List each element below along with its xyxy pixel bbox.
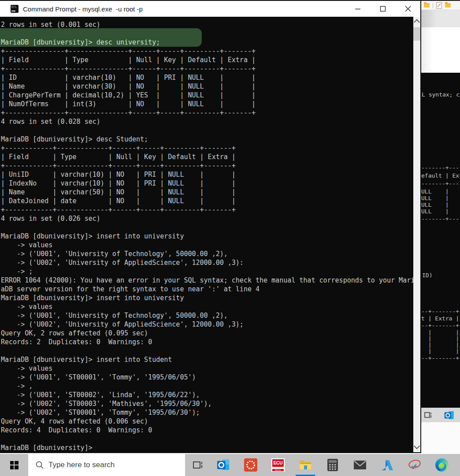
console-fragment: --+-------+ bbox=[421, 323, 459, 329]
edit-document-icon[interactable] bbox=[436, 2, 442, 9]
highlighted-command-text: MariaDB [dbuniversity]> desc university; bbox=[1, 38, 160, 47]
background-console-window: L syntax; che -------+----- efault | Ext… bbox=[421, 73, 460, 408]
cmd-icon bbox=[11, 5, 19, 13]
folder-icon[interactable] bbox=[445, 3, 451, 7]
background-panel bbox=[421, 27, 460, 73]
minimize-icon bbox=[355, 6, 361, 12]
taskbar-app-ecu-website[interactable]: ECU Website bbox=[264, 454, 292, 476]
console-fragment: t | Extra | bbox=[421, 316, 459, 322]
console-body-text: +---------------+---------------+------+… bbox=[1, 47, 415, 452]
taskbar: Type here to search ECU Website bbox=[0, 454, 460, 476]
taskbar-app-file-explorer[interactable] bbox=[292, 454, 319, 476]
taskbar-app-canvas[interactable] bbox=[237, 454, 264, 476]
console-fragment: | | bbox=[421, 330, 459, 336]
edge-icon bbox=[435, 458, 449, 472]
command-prompt-window: Command Prompt - mysql.exe -u root -p bbox=[0, 0, 421, 453]
console-fragment: ULL | bbox=[421, 202, 449, 208]
calculator-icon bbox=[326, 458, 339, 472]
scroll-up-button[interactable] bbox=[413, 18, 420, 26]
background-taskbar-strip bbox=[421, 408, 460, 422]
folder-icon[interactable] bbox=[424, 3, 430, 7]
console-fragment: -------+----- bbox=[421, 216, 460, 222]
screen: { "window": { "title": "Command Prompt -… bbox=[0, 0, 460, 476]
scrollbar-thumb[interactable] bbox=[413, 27, 420, 41]
taskbar-app-outlook[interactable] bbox=[210, 454, 237, 476]
close-icon bbox=[405, 6, 411, 12]
console-line: 2 rows in set (0.001 sec) bbox=[1, 20, 100, 29]
search-icon bbox=[35, 461, 44, 469]
outlook-icon bbox=[217, 458, 230, 472]
minimize-button[interactable] bbox=[345, 1, 370, 17]
background-toolbar bbox=[421, 1, 460, 10]
taskbar-app-calculator[interactable] bbox=[319, 454, 346, 476]
console-fragment: --+-------+ bbox=[421, 355, 459, 361]
close-button[interactable] bbox=[395, 1, 420, 17]
file-explorer-icon bbox=[299, 458, 312, 472]
console-fragment: ULL | bbox=[421, 195, 449, 201]
canvas-icon bbox=[244, 458, 257, 472]
vertical-scrollbar[interactable] bbox=[413, 17, 420, 452]
svg-text:✂: ✂ bbox=[410, 461, 419, 472]
outlook-icon bbox=[444, 410, 455, 420]
taskbar-app-edge[interactable] bbox=[428, 454, 456, 476]
taskbar-app-azure[interactable] bbox=[374, 454, 401, 476]
background-window: L syntax; che -------+----- efault | Ext… bbox=[421, 0, 460, 454]
console-fragment: | | bbox=[421, 348, 459, 354]
azure-icon bbox=[381, 458, 394, 472]
maximize-button[interactable] bbox=[370, 1, 395, 17]
background-panel bbox=[421, 10, 460, 27]
highlighted-command: MariaDB [dbuniversity]> desc university; bbox=[0, 28, 202, 47]
chevron-down-icon bbox=[414, 443, 420, 449]
ecu-website-icon: ECU Website bbox=[271, 458, 285, 472]
mail-icon bbox=[353, 458, 367, 472]
titlebar[interactable]: Command Prompt - mysql.exe -u root -p bbox=[0, 1, 420, 17]
console-fragment: ID) bbox=[422, 272, 432, 279]
toolbar-divider bbox=[433, 3, 433, 8]
maximize-icon bbox=[380, 6, 386, 12]
console-fragment: -------+----- bbox=[421, 181, 460, 187]
ecu-label: ECU bbox=[272, 459, 284, 468]
console-fragment: | | bbox=[421, 342, 459, 348]
start-button[interactable] bbox=[0, 454, 28, 476]
taskbar-app-mail[interactable] bbox=[346, 454, 374, 476]
task-view-icon bbox=[192, 459, 203, 471]
windows-logo-icon bbox=[10, 461, 19, 469]
background-panel bbox=[421, 422, 460, 454]
console-fragment: --+-------+ bbox=[421, 309, 459, 315]
search-placeholder: Type here to search bbox=[48, 461, 115, 469]
scroll-down-button[interactable] bbox=[413, 443, 420, 451]
console-fragment: ULL | bbox=[421, 208, 449, 215]
task-view-button[interactable] bbox=[185, 454, 210, 476]
taskbar-app-snipping-tool[interactable]: ✂ bbox=[401, 454, 428, 476]
window-title: Command Prompt - mysql.exe -u root -p bbox=[23, 5, 143, 13]
chevron-up-icon bbox=[414, 19, 420, 25]
console-fragment: | | bbox=[421, 336, 459, 342]
snipping-tool-icon: ✂ bbox=[408, 458, 421, 472]
console-output: 2 rows in set (0.001 sec) MariaDB [dbuni… bbox=[0, 17, 420, 452]
console-fragment: efault | Extr bbox=[421, 173, 460, 179]
taskbar-search-input[interactable]: Type here to search bbox=[28, 454, 185, 476]
console-fragment: ULL | bbox=[421, 189, 449, 195]
task-view-icon bbox=[424, 411, 432, 419]
console-fragment: L syntax; che bbox=[422, 92, 460, 98]
window-controls bbox=[345, 1, 420, 17]
ecu-sublabel: Website bbox=[272, 469, 284, 471]
console-fragment: -------+----- bbox=[421, 165, 460, 171]
